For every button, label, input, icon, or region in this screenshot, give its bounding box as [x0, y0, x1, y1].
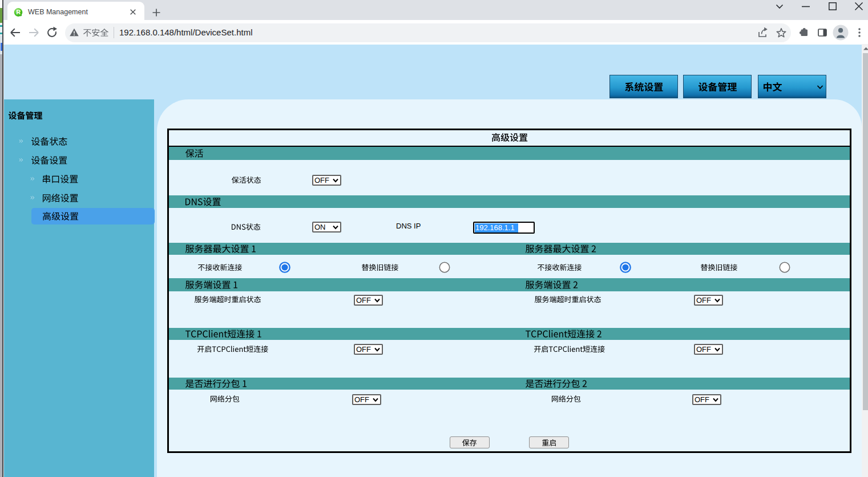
svg-text:R: R	[17, 9, 21, 15]
